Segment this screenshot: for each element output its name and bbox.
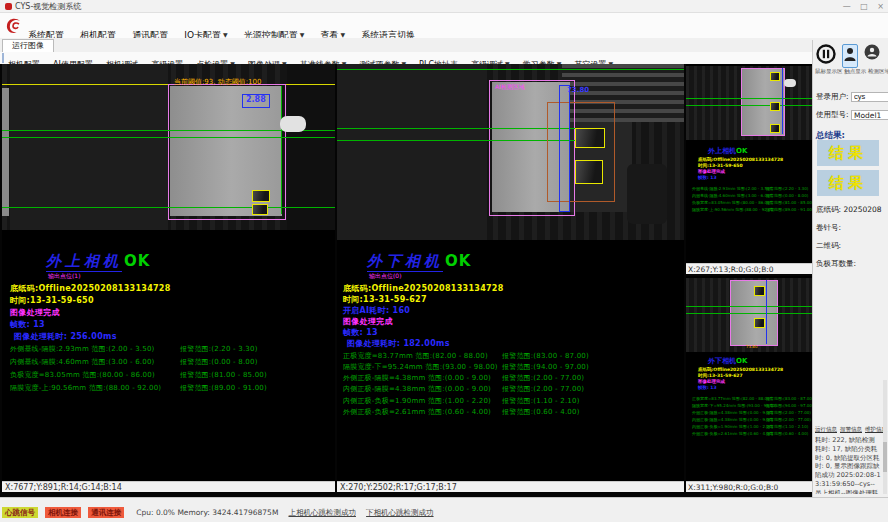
ok-status: OK	[445, 252, 471, 270]
output-point-label: 输出点位(0)	[369, 272, 402, 281]
titlebar: CYS-视觉检测系统 — □ ×	[0, 0, 888, 13]
log-tabs: 运行信息报警信息维护信息	[815, 426, 885, 433]
app-logo-icon	[4, 16, 24, 36]
lower-camera-heartbeat-text: 下相机心跳检测成功	[366, 508, 434, 518]
log-tab-run-info[interactable]: 运行信息	[815, 426, 837, 432]
negative-tab-count-field: 负极耳数量:	[816, 259, 888, 269]
defect-box	[575, 160, 603, 184]
time-line: 时间:13-31-59-650	[10, 295, 94, 306]
minimize-icon[interactable]: —	[843, 2, 851, 11]
tab-strip: 运行图像	[0, 38, 888, 53]
measurement-row: 内侧正极-负极=1.90mm 范围:(1.00 - 2.20)报警范围:(1.1…	[337, 396, 684, 406]
preview-upper: 外上相机OK 底纸码:Offline20250208133134728 时间:1…	[686, 64, 812, 274]
result-badge-upper: 结果	[817, 140, 879, 166]
maximize-icon[interactable]: □	[860, 2, 868, 11]
login-user-input[interactable]	[851, 92, 888, 102]
preview-image[interactable]: 73.80	[686, 278, 812, 352]
camera-image-upper[interactable]: 当前阈值:93, 动态阈值:100 2.88	[2, 64, 335, 230]
overlay-measure-line	[337, 140, 577, 141]
heartbeat-badge: 心跳信号	[2, 507, 38, 518]
tape-blob	[280, 116, 306, 132]
overlay-measure-line	[2, 207, 335, 208]
frame-count-line: 帧数: 13	[10, 319, 45, 330]
measure-value: 73.80	[567, 86, 589, 94]
preview-line: 帧数: 13	[698, 175, 717, 180]
log-scrollbar[interactable]	[883, 380, 887, 494]
preview-result-title: 外下相机OK	[708, 356, 747, 366]
preview-result-title: 外上相机OK	[708, 146, 747, 156]
operator-button[interactable]	[864, 44, 880, 64]
measurement-row: 隔膜宽度-上:90.56mm 范围:(88.00 - 92.00)报警范围:(8…	[2, 383, 335, 393]
main-content: 当前阈值:93, 动态阈值:100 2.88 外上相机OK 输出点位(1) 底纸…	[0, 64, 812, 497]
edge-measure-box	[559, 85, 570, 212]
camera-result-title: 外上相机OK	[46, 252, 150, 271]
toolbar-grip	[2, 53, 4, 63]
measurement-row: 外侧基线-隔膜:2.93mm 范围:(2.00 - 3.50)报警范围:(2.2…	[2, 344, 335, 354]
camera-result-title: 外下相机OK	[367, 252, 471, 271]
user-login-button[interactable]	[842, 44, 858, 68]
log-tab-alarm-info[interactable]: 报警信息	[840, 426, 862, 432]
cursor-position-status: X:7677;Y:891;R:14;G:14;B:14	[2, 481, 335, 492]
preview-line: 底纸码:Offline20250208133134728	[698, 157, 783, 162]
camera-connect-badge: 相机连接	[45, 507, 81, 518]
paper-code-line: 底纸码:Offline20250208133134728	[343, 283, 504, 294]
dropdown-arrow-icon: ▼	[340, 31, 345, 38]
elapsed-line: 图像处理耗时: 182.00ms	[347, 338, 450, 349]
camera-image-lower[interactable]: AI检测区域 73.80	[337, 64, 684, 240]
dropdown-arrow-icon: ▼	[300, 31, 305, 38]
result-badge-lower: 结果	[817, 170, 879, 196]
preview-line: 底纸码:Offline20250208133134728	[698, 367, 783, 372]
display-area-label: 鼠标显示区 触点显示 检测区域	[815, 68, 887, 75]
paper-code-field: 底纸码: 20250208	[816, 205, 888, 215]
window-controls: — □ ×	[836, 0, 884, 13]
time-line: 时间:13-31-59-627	[343, 294, 427, 305]
preview-line: 图像处理完成	[698, 379, 725, 384]
tab-run-image[interactable]: 运行图像	[2, 39, 54, 53]
preview-line: 时间:13-31-59-627	[698, 373, 743, 378]
roll-pin-field: 卷针号:	[816, 223, 888, 233]
preview-lower: 73.80 外下相机OK 底纸码:Offline2025020813313472…	[686, 276, 812, 492]
log-text: 耗时: 222, 缺陷检测耗时: 17, 缺陷分类耗时: 0, 缺陷提取分区耗时…	[815, 436, 881, 494]
output-point-label: 输出点位(1)	[48, 272, 81, 281]
cursor-position-status: X:270;Y:2502;R:17;G:17;B:17	[337, 481, 684, 492]
elapsed-line: 图像处理耗时: 256.00ms	[14, 331, 117, 342]
measurement-row: 正极宽度=83.77mm 范围:(82.00 - 88.00)报警范围:(83.…	[337, 351, 684, 361]
camera-view-upper: 当前阈值:93, 动态阈值:100 2.88 外上相机OK 输出点位(1) 底纸…	[2, 64, 335, 492]
model-select[interactable]: Model1	[851, 110, 888, 120]
preview-line: 帧数: 13	[698, 385, 717, 390]
status-bar: 心跳信号 相机连接 通讯连接 Cpu: 0.0% Memory: 3424.41…	[0, 497, 888, 522]
application-window: CYS-视觉检测系统 — □ × 系统配置 相机配置 通讯配置 IO卡配置▼ 光…	[0, 0, 888, 522]
process-done-line: 图像处理完成	[10, 307, 60, 318]
window-title: CYS-视觉检测系统	[15, 2, 81, 11]
defect-box	[252, 190, 270, 202]
app-icon	[5, 3, 12, 10]
camera-view-lower: AI检测区域 73.80 外下相机OK 输出点位(0) 底纸码:Offline2…	[337, 64, 684, 492]
qr-code-field: 二维码:	[816, 241, 888, 251]
overlay-measure-line	[2, 137, 335, 138]
overlay-measure-line	[337, 69, 684, 70]
measure-value: 2.88	[246, 95, 266, 104]
measurement-row: 内侧正极-隔膜=4.38mm 范围:(0.00 - 9.00)报警范围:(2.0…	[337, 384, 684, 394]
search-region-box	[547, 102, 615, 202]
preview-line: 图像处理完成	[698, 169, 725, 174]
preview-status: X:267;Y:13;R:0;G:0;B:0	[686, 263, 812, 274]
pause-button[interactable]	[816, 44, 836, 68]
scrollbar-thumb[interactable]	[883, 442, 887, 472]
preview-status: X:311;Y:980;R:0;G:0;B:0	[686, 481, 812, 492]
ok-status: OK	[124, 252, 150, 270]
measurement-row: 外侧正极-负极=2.61mm 范围:(0.60 - 4.00)报警范围:(0.6…	[337, 407, 684, 417]
overlay-measure-line	[337, 128, 577, 129]
measurement-row: 隔膜宽度-下=95.24mm 范围:(93.00 - 98.00)报警范围:(9…	[337, 362, 684, 372]
process-done-line: 图像处理完成	[343, 316, 393, 327]
preview-image[interactable]	[686, 66, 812, 140]
upper-camera-heartbeat-text: 上相机心跳检测成功	[288, 508, 356, 518]
dropdown-arrow-icon: ▼	[223, 31, 228, 38]
threshold-label: 当前阈值:93, 动态阈值:100	[174, 77, 261, 87]
frame-count-line: 帧数: 13	[343, 327, 378, 338]
overlay-edge-line	[281, 86, 282, 214]
control-panel: 鼠标显示区 触点显示 检测区域 登录用户: 使用型号: Model1 总结果: …	[812, 40, 888, 497]
close-icon[interactable]: ×	[877, 2, 884, 11]
defect-box	[575, 128, 605, 148]
measurement-row: 外侧正极-隔膜=4.38mm 范围:(0.00 - 9.00)报警范围:(2.0…	[337, 373, 684, 383]
measurement-row: 负极宽度=83.05mm 范围:(80.00 - 86.00)报警范围:(81.…	[2, 370, 335, 380]
